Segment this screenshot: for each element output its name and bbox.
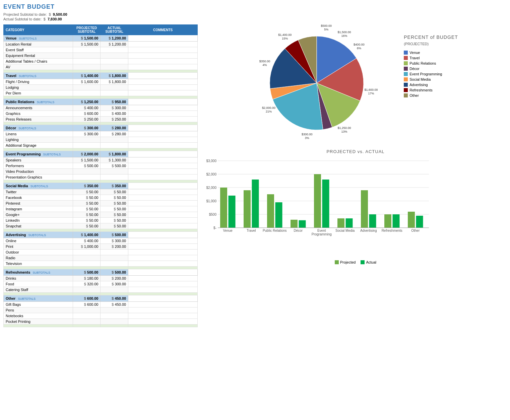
legend-item: Travel	[404, 56, 458, 60]
legend-item: Refreshments	[404, 88, 458, 92]
x-axis-label: Décor	[294, 229, 303, 232]
projected-bar	[314, 174, 321, 228]
legend-label: Advertising	[409, 83, 428, 87]
table-row: Facebook $ 50.00 $ 50.00	[4, 195, 198, 201]
legend-label: Social Media	[409, 77, 431, 81]
x-axis-label: Social Media	[335, 229, 355, 232]
table-row: Other SUBTOTALS $ 600.00 $ 450.00	[4, 295, 198, 302]
spacer-row	[4, 325, 198, 327]
legend-label: Event Programming	[409, 72, 442, 76]
x-axis-label: Public Relations	[263, 229, 287, 232]
table-row: Television	[4, 261, 198, 267]
x-axis-label: Advertising	[360, 229, 377, 232]
y-axis-label: $-	[213, 226, 216, 230]
legend-item: Venue	[404, 51, 458, 55]
table-row: Additional Signage	[4, 143, 198, 148]
spacer-row	[4, 96, 198, 99]
bar-chart-container: PROJECTED vs. ACTUAL $-$500$1,000$2,000$…	[204, 149, 507, 264]
y-axis-label: $2,000	[206, 186, 216, 190]
y-axis-label: $1,000	[206, 199, 216, 203]
legend-color	[404, 56, 408, 60]
table-header: CATEGORY PROJECTED SUBTOTAL ACTUAL SUBTO…	[4, 25, 198, 35]
table-row: Drinks $ 180.00 $ 200.00	[4, 276, 198, 281]
actual-label: Actual Subtotal to date:	[3, 17, 42, 21]
table-row: Linens $ 300.00 $ 280.00	[4, 131, 198, 137]
pie-subtitle: (PROJECTED)	[404, 42, 458, 46]
legend-color	[404, 61, 408, 65]
pie-callout-percent: 21%	[266, 110, 272, 113]
pie-chart-container: $1,500.0016%$1,600.0017%$1,250.0013%$300…	[204, 24, 507, 139]
y-axis-label: $500	[209, 213, 217, 216]
actual-bar	[252, 180, 259, 228]
table-row: Twitter $ 50.00 $ 50.00	[4, 189, 198, 195]
table-row: Video Production	[4, 169, 198, 174]
pie-callout-value: $1,250.00	[338, 126, 351, 130]
pie-callout-percent: 6%	[357, 47, 361, 50]
table-row: Additional Tables / Chairs	[4, 59, 198, 64]
projected-bar	[384, 214, 391, 228]
table-row: Google+ $ 50.00 $ 50.00	[4, 212, 198, 218]
legend-item: Public Relations	[404, 61, 458, 65]
legend-color	[404, 88, 408, 92]
table-row: Lodging	[4, 85, 198, 90]
pie-callout-value: $1,500.00	[338, 30, 351, 34]
pie-callout-value: $500.00	[321, 24, 332, 27]
table-row: Instagram $ 50.00 $ 50.00	[4, 206, 198, 212]
actual-bar	[299, 220, 306, 228]
budget-table: CATEGORY PROJECTED SUBTOTAL ACTUAL SUBTO…	[3, 24, 198, 327]
legend-item: Advertising	[404, 83, 458, 87]
table-row: Travel SUBTOTALS $ 1,400.00 $ 1,800.00	[4, 73, 198, 79]
charts-section: $1,500.0016%$1,600.0017%$1,250.0013%$300…	[204, 24, 507, 327]
y-axis-label: $2,000	[206, 172, 216, 176]
y-axis-label: $3,000	[206, 159, 216, 163]
table-row: Equipment Rental	[4, 53, 198, 59]
legend-item: Décor	[404, 67, 458, 71]
legend-color	[404, 51, 408, 55]
projected-bar	[291, 220, 298, 228]
legend-color	[404, 77, 408, 81]
col-comments: COMMENTS	[128, 25, 198, 35]
col-actual: ACTUAL SUBTOTAL	[101, 25, 128, 35]
table-row: Per Diem	[4, 90, 198, 96]
legend-color	[404, 72, 408, 76]
pie-callout-percent: 4%	[263, 63, 267, 67]
actual-legend-color	[361, 260, 365, 264]
table-row: Online $ 400.00 $ 300.00	[4, 238, 198, 244]
actual-bar	[416, 216, 423, 228]
col-category: CATEGORY	[4, 25, 73, 35]
pie-callout-value: $1,600.00	[365, 88, 378, 91]
x-axis-label: Venue	[223, 229, 233, 232]
spacer-row	[4, 180, 198, 183]
table-row: Snapchat $ 50.00 $ 50.00	[4, 223, 198, 229]
table-row: Venue SUBTOTALS $ 1,500.00 $ 1,200.00	[4, 35, 198, 42]
table-row: Outdoor	[4, 250, 198, 255]
legend-color	[404, 83, 408, 87]
x-axis-label: Travel	[247, 229, 256, 232]
actual-legend-label: Actual	[366, 260, 376, 264]
table-row: Public Relations SUBTOTALS $ 1,250.00 $ …	[4, 99, 198, 105]
legend-label: Décor	[409, 67, 419, 71]
projected-label: Projected Subtotal to date:	[3, 12, 47, 16]
projected-bar	[220, 188, 227, 228]
budget-table-section: CATEGORY PROJECTED SUBTOTAL ACTUAL SUBTO…	[3, 24, 198, 327]
projected-legend-label: Projected	[340, 260, 356, 264]
spacer-row	[4, 267, 198, 269]
table-row: Speakers $ 1,500.00 $ 1,300.00	[4, 157, 198, 163]
table-row: Pocket Printing	[4, 319, 198, 325]
actual-bar	[369, 214, 376, 228]
projected-legend-color	[335, 260, 339, 264]
projected-bar	[361, 190, 368, 228]
actual-dollar: $	[44, 17, 46, 21]
projected-dollar: $	[49, 12, 51, 16]
table-row: Refreshments SUBTOTALS $ 500.00 $ 500.00	[4, 269, 198, 276]
legend-label: Refreshments	[409, 88, 432, 92]
spacer-row	[4, 293, 198, 295]
pie-callout-value: $2,000.00	[262, 106, 275, 110]
legend-item: Social Media	[404, 77, 458, 81]
spacer-row	[4, 70, 198, 73]
table-row: LinkedIn $ 50.00 $ 50.00	[4, 218, 198, 223]
table-row: Radio	[4, 255, 198, 261]
legend-color	[404, 67, 408, 71]
summary-section: Projected Subtotal to date: $ 9,500.00 A…	[3, 12, 507, 21]
table-row: Press Releases $ 250.00 $ 250.00	[4, 117, 198, 122]
